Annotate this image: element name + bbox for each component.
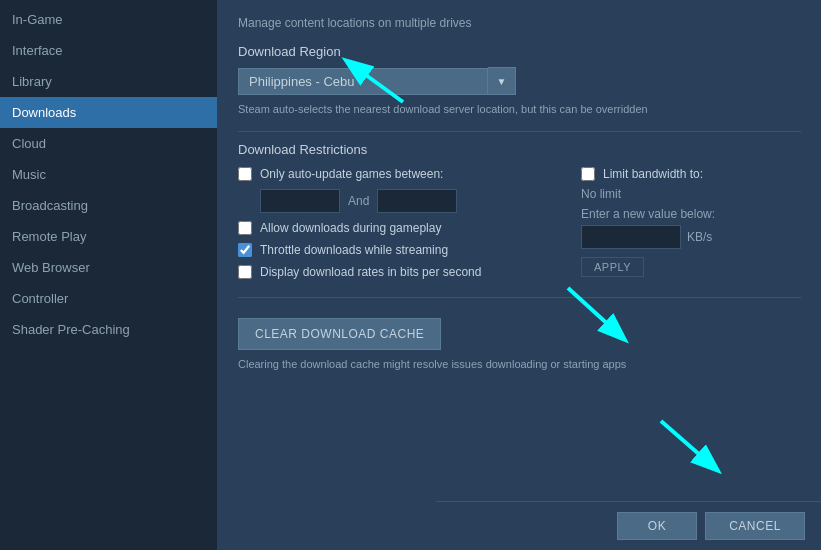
divider-1 [238,131,801,132]
dropdown-arrow-icon[interactable]: ▼ [488,67,516,95]
throttle-checkbox[interactable] [238,243,252,257]
divider-2 [238,297,801,298]
svg-line-1 [568,288,623,338]
arrow-down-right-2-icon [651,411,731,481]
display-rates-label: Display download rates in bits per secon… [260,265,481,279]
restrictions-label: Download Restrictions [238,142,801,157]
sidebar: In-Game Interface Library Downloads Clou… [0,0,218,550]
throttle-row: Throttle downloads while streaming [238,243,561,257]
bandwidth-input[interactable] [581,225,681,249]
auto-select-note: Steam auto-selects the nearest download … [238,103,801,115]
cancel-button[interactable]: CANCEL [705,512,805,540]
sidebar-item-label: Controller [12,291,68,306]
cache-note: Clearing the download cache might resolv… [238,358,738,370]
sidebar-item-shader-pre-caching[interactable]: Shader Pre-Caching [0,314,217,345]
arrow-down-right-1-icon [558,278,638,348]
allow-downloads-row: Allow downloads during gameplay [238,221,561,235]
sidebar-item-controller[interactable]: Controller [0,283,217,314]
auto-update-row: Only auto-update games between: [238,167,561,181]
auto-update-label: Only auto-update games between: [260,167,443,181]
sidebar-item-label: Downloads [12,105,76,120]
sidebar-item-cloud[interactable]: Cloud [0,128,217,159]
bottom-bar: OK CANCEL [436,501,821,550]
limit-bandwidth-checkbox[interactable] [581,167,595,181]
sidebar-item-broadcasting[interactable]: Broadcasting [0,190,217,221]
sidebar-item-label: Broadcasting [12,198,88,213]
restrictions-row: Only auto-update games between: And Allo… [238,167,801,287]
sidebar-item-remote-play[interactable]: Remote Play [0,221,217,252]
allow-downloads-checkbox[interactable] [238,221,252,235]
sidebar-item-label: Interface [12,43,63,58]
sidebar-item-music[interactable]: Music [0,159,217,190]
region-select-wrapper: Philippines - Cebu ▼ [238,67,801,95]
sidebar-item-label: Web Browser [12,260,90,275]
no-limit-text: No limit [581,187,801,201]
allow-downloads-label: Allow downloads during gameplay [260,221,441,235]
time-to-input[interactable] [377,189,457,213]
limit-bandwidth-label: Limit bandwidth to: [603,167,703,181]
throttle-label: Throttle downloads while streaming [260,243,448,257]
download-region-label: Download Region [238,44,801,59]
kb-row: KB/s [581,225,801,249]
kb-unit: KB/s [687,230,712,244]
sidebar-item-in-game[interactable]: In-Game [0,4,217,35]
restrictions-right: Limit bandwidth to: No limit Enter a new… [581,167,801,287]
display-rates-checkbox[interactable] [238,265,252,279]
svg-line-2 [661,421,716,469]
ok-button[interactable]: OK [617,512,697,540]
enter-value-text: Enter a new value below: [581,207,801,221]
sidebar-item-label: Remote Play [12,229,86,244]
restrictions-left: Only auto-update games between: And Allo… [238,167,561,287]
time-from-input[interactable] [260,189,340,213]
auto-update-checkbox[interactable] [238,167,252,181]
and-label: And [348,194,369,208]
sidebar-item-library[interactable]: Library [0,66,217,97]
sidebar-item-label: In-Game [12,12,63,27]
main-content: Manage content locations on multiple dri… [218,0,821,550]
sidebar-item-web-browser[interactable]: Web Browser [0,252,217,283]
sidebar-item-downloads[interactable]: Downloads [0,97,217,128]
manage-drives-text: Manage content locations on multiple dri… [238,16,801,30]
limit-bandwidth-row: Limit bandwidth to: [581,167,801,181]
apply-button[interactable]: APPLY [581,257,644,277]
display-rates-row: Display download rates in bits per secon… [238,265,561,279]
sidebar-item-label: Music [12,167,46,182]
clear-cache-button[interactable]: CLEAR DOWNLOAD CACHE [238,318,441,350]
region-select[interactable]: Philippines - Cebu [238,68,488,95]
sidebar-item-label: Cloud [12,136,46,151]
time-row: And [260,189,561,213]
sidebar-item-interface[interactable]: Interface [0,35,217,66]
sidebar-item-label: Shader Pre-Caching [12,322,130,337]
sidebar-item-label: Library [12,74,52,89]
